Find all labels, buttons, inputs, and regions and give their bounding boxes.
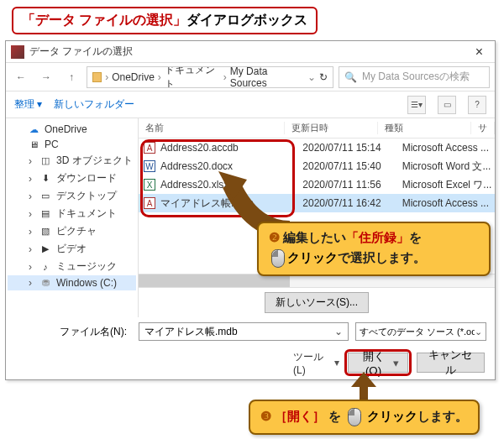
- new-source-row: 新しいソース(S)...: [139, 287, 495, 317]
- chevron-down-icon[interactable]: ⌄: [307, 71, 316, 83]
- tools-menu[interactable]: ツール(L) ▾: [293, 350, 339, 376]
- sidebar-item-label: OneDrive: [45, 123, 87, 135]
- sidebar: ☁OneDrive🖥PC›◫3D オブジェクト›⬇ダウンロード›▭デスクトップ›…: [6, 118, 139, 317]
- file-date: 2020/07/11 11:56: [296, 179, 395, 191]
- crumb-2[interactable]: My Data Sources: [230, 66, 301, 88]
- filename-row: ファイル名(N): マイアドレス帳.mdb ⌄ すべてのデータ ソース (*.o…: [6, 317, 495, 346]
- callout3-click: クリック: [367, 409, 417, 423]
- chevron-right-icon: ›: [26, 226, 34, 238]
- sidebar-item-label: ダウンロード: [56, 171, 117, 186]
- filename-input[interactable]: マイアドレス帳.mdb ⌄: [139, 322, 349, 341]
- search-input[interactable]: 🔍 My Data Sourcesの検索: [339, 66, 490, 88]
- drive-icon: ⛃: [39, 277, 51, 289]
- annotation-top: 「データ ファイルの選択」ダイアログボックス: [12, 7, 318, 34]
- sidebar-item[interactable]: 🖥PC: [8, 137, 136, 152]
- titlebar: データ ファイルの選択 ×: [6, 41, 495, 63]
- sidebar-item[interactable]: ›♪ミュージック: [8, 258, 136, 275]
- sidebar-item-label: ビデオ: [56, 242, 87, 256]
- col-date[interactable]: 更新日時: [285, 122, 378, 134]
- col-name[interactable]: 名前: [139, 122, 285, 134]
- tools-label: ツール(L): [293, 350, 331, 376]
- callout2-t1: 編集したい: [280, 230, 346, 244]
- sidebar-item[interactable]: ›▤ドキュメント: [8, 205, 136, 222]
- nav-row: ← → ↑ › OneDrive › ドキュメント › My Data Sour…: [6, 63, 495, 91]
- chevron-down-icon[interactable]: ⌄: [334, 326, 343, 337]
- nav-up-button[interactable]: ↑: [61, 67, 81, 87]
- refresh-icon[interactable]: ↻: [319, 71, 328, 83]
- mouse-icon: [271, 249, 285, 268]
- chevron-right-icon: ›: [26, 155, 34, 167]
- callout3-open: ［開く］: [275, 409, 325, 423]
- filename-value: マイアドレス帳.mdb: [144, 325, 238, 339]
- file-date: 2020/07/11 15:14: [296, 142, 395, 154]
- chevron-right-icon: ›: [26, 261, 34, 273]
- desk-icon: ▭: [39, 191, 51, 202]
- callout2-quoted: 「住所録」: [346, 230, 409, 244]
- chevron-down-icon: ▾: [334, 357, 339, 368]
- file-date: 2020/07/11 15:40: [296, 160, 395, 172]
- chevron-down-icon[interactable]: ⌄: [475, 327, 482, 337]
- sidebar-item[interactable]: ›▶ビデオ: [8, 240, 136, 258]
- crumb-0[interactable]: OneDrive: [112, 71, 155, 83]
- organize-menu[interactable]: 整理 ▾: [14, 97, 42, 112]
- sidebar-item-label: デスクトップ: [56, 189, 117, 203]
- down-icon: ⬇: [39, 173, 51, 185]
- chevron-right-icon: ›: [223, 71, 227, 83]
- cube-icon: ◫: [39, 155, 51, 167]
- button-row: ツール(L) ▾ 開く(O) ▾ キャンセル: [6, 346, 495, 379]
- callout2-tail: で選択します。: [338, 250, 426, 264]
- cancel-button[interactable]: キャンセル: [417, 353, 485, 373]
- sidebar-item[interactable]: ›⛃Windows (C:): [8, 275, 136, 290]
- chevron-right-icon: ›: [26, 191, 34, 202]
- sidebar-item-label: ドキュメント: [56, 206, 117, 221]
- nav-back-button[interactable]: ←: [11, 67, 31, 87]
- filetype-filter[interactable]: すべてのデータ ソース (*.odc;*.mdb; ⌄: [355, 322, 486, 341]
- new-folder-button[interactable]: 新しいフォルダー: [54, 97, 134, 112]
- breadcrumb[interactable]: › OneDrive › ドキュメント › My Data Sources ⌄ …: [87, 66, 333, 88]
- crumb-1[interactable]: ドキュメント: [165, 66, 220, 88]
- search-icon: 🔍: [344, 71, 357, 83]
- sidebar-item-label: ミュージック: [56, 259, 117, 274]
- sidebar-item-label: PC: [45, 138, 59, 150]
- close-icon[interactable]: ×: [469, 44, 490, 60]
- col-type[interactable]: 種類: [378, 122, 471, 134]
- col-size[interactable]: サ: [471, 122, 495, 134]
- search-placeholder: My Data Sourcesの検索: [362, 70, 470, 84]
- preview-icon[interactable]: ▭: [438, 96, 456, 114]
- pc-icon: 🖥: [28, 138, 39, 150]
- annot-top-rest: ダイアログボックス: [186, 13, 307, 27]
- chevron-right-icon: ›: [26, 208, 34, 220]
- callout2-click: クリック: [287, 250, 338, 264]
- annot-top-quoted: 「データ ファイルの選択」: [22, 13, 186, 27]
- callout2-t2: を: [409, 230, 422, 244]
- sidebar-item[interactable]: ›▭デスクトップ: [8, 187, 136, 205]
- pic-icon: ▧: [39, 226, 51, 238]
- files-pane: 名前 更新日時 種類 サ AAddress20.accdb2020/07/11 …: [139, 118, 495, 317]
- chevron-right-icon: ›: [26, 243, 34, 255]
- doc-icon: ▤: [39, 208, 51, 220]
- sidebar-item[interactable]: ›◫3D オブジェクト: [8, 152, 136, 170]
- folder-icon: [92, 72, 102, 82]
- sidebar-item[interactable]: ›⬇ダウンロード: [8, 170, 136, 187]
- file-date: 2020/07/11 16:42: [296, 197, 395, 209]
- annotation-callout-3: ❸ ［開く］ を クリックします。: [249, 400, 480, 435]
- column-headers: 名前 更新日時 種類 サ: [139, 118, 495, 138]
- chevron-right-icon: ›: [26, 277, 34, 289]
- new-source-button[interactable]: 新しいソース(S)...: [265, 292, 369, 313]
- callout3-t1: を: [328, 409, 341, 423]
- callout3-num: ❸: [260, 409, 271, 423]
- view-icon[interactable]: ☰▾: [407, 96, 426, 114]
- file-type: Microsoft Word 文...: [396, 159, 495, 174]
- help-icon[interactable]: ?: [468, 96, 486, 114]
- nav-forward-button[interactable]: →: [36, 67, 56, 87]
- filename-label: ファイル名(N):: [6, 325, 132, 339]
- vid-icon: ▶: [39, 243, 51, 255]
- chevron-right-icon: ›: [105, 71, 108, 83]
- file-type: Microsoft Access ...: [396, 197, 495, 209]
- annotation-callout-2: ❷ 編集したい「住所録」を クリックで選択します。: [257, 222, 491, 276]
- sidebar-item[interactable]: ☁OneDrive: [8, 122, 136, 137]
- sidebar-item-label: Windows (C:): [56, 277, 117, 289]
- chevron-right-icon: ›: [26, 173, 34, 185]
- sidebar-item[interactable]: ›▧ピクチャ: [8, 222, 136, 240]
- sidebar-item-label: 3D オブジェクト: [56, 154, 133, 168]
